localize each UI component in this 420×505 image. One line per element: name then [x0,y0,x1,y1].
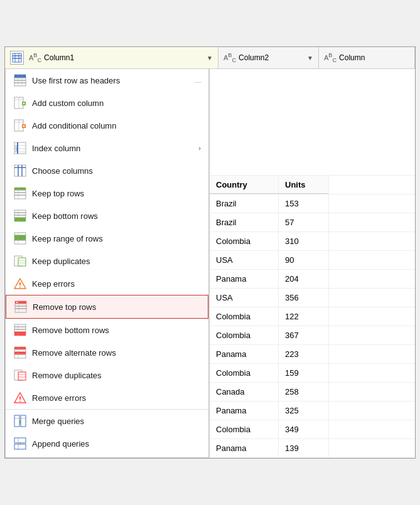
menu-item-append-queries[interactable]: Append queries [6,432,208,455]
cell-country: USA [210,251,279,269]
column2-header[interactable]: ABC Column2 ▼ [218,47,319,68]
table-row: USA 356 [210,289,415,307]
cell-country: Panama [210,345,279,363]
menu-item-remove-duplicates[interactable]: Remove duplicates [6,364,208,386]
svg-rect-35 [14,190,26,193]
svg-rect-59 [15,306,26,309]
index-col-icon: 1 2 [13,141,27,155]
menu-item-keep-bottom-rows[interactable]: Keep bottom rows [6,205,208,227]
add-conditional-col-label: Add conditional column [32,121,201,130]
table-icon [10,51,24,65]
svg-point-55 [19,287,21,288]
menu-item-remove-errors[interactable]: Remove errors [6,386,208,409]
menu-item-keep-top-rows[interactable]: Keep top rows [6,182,208,205]
svg-rect-5 [14,75,26,78]
menu-item-add-conditional-col[interactable]: Add conditional column [6,114,208,137]
cell-country: Colombia [210,232,279,250]
column3-header[interactable]: ABC Column [319,47,415,68]
svg-rect-83 [21,415,26,427]
svg-rect-71 [14,349,26,352]
menu-item-index-col[interactable]: 1 2 Index column › [6,137,208,159]
table-row: Panama 139 [210,439,415,458]
svg-rect-70 [14,347,26,349]
menu-item-use-first-row[interactable]: Use first row as headers ... [6,69,208,92]
cell-units: 349 [279,420,329,439]
svg-rect-47 [14,240,26,244]
table-row: Colombia 349 [210,420,415,439]
svg-rect-37 [14,195,26,199]
menu-item-keep-range-rows[interactable]: Keep range of rows [6,227,208,250]
svg-rect-40 [14,213,26,215]
col1-dropdown-arrow[interactable]: ▼ [207,55,213,61]
menu-item-remove-bottom-rows[interactable]: Remove bottom rows [6,319,208,341]
svg-rect-65 [14,324,26,327]
column1-header[interactable]: ABC Column1 ▼ [5,47,218,68]
svg-rect-50 [18,258,26,266]
merge-queries-label: Merge queries [32,417,201,426]
keep-range-rows-label: Keep range of rows [32,234,201,243]
col2-type-icon: ABC [223,52,236,63]
remove-alternate-rows-label: Remove alternate rows [32,348,201,358]
cell-country: Canada [210,383,279,401]
menu-item-merge-queries[interactable]: Merge queries [6,409,208,432]
svg-rect-82 [14,415,19,427]
table-header-row: Country Units [210,176,415,194]
table-row: Panama 204 [210,270,415,289]
table-row: Colombia 310 [210,232,415,251]
remove-duplicates-label: Remove duplicates [32,371,201,380]
cell-units: 223 [279,345,329,363]
menu-item-keep-errors[interactable]: Keep errors [6,272,208,295]
remove-bottom-rows-icon [13,323,27,337]
table-row: USA 90 [210,251,415,270]
table-row: Canada 258 [210,383,415,401]
table-header: ABC Column1 ▼ ABC Column2 ▼ ABC Column [5,47,415,69]
use-first-row-label: Use first row as headers [32,76,190,85]
svg-rect-7 [14,80,26,83]
menu-item-choose-cols[interactable]: Choose columns [6,159,208,182]
menu-item-keep-duplicates[interactable]: Keep duplicates [6,250,208,272]
units-header: Units [279,176,329,194]
keep-duplicates-icon [13,254,27,268]
svg-rect-46 [14,238,26,240]
remove-top-rows-label: Remove top rows [33,302,200,312]
remove-top-rows-icon [14,300,28,314]
svg-rect-66 [14,327,26,329]
main-window: ABC Column1 ▼ ABC Column2 ▼ ABC Column [4,46,416,459]
append-queries-icon [13,437,27,450]
keep-errors-icon [13,277,27,290]
table-row: Colombia 159 [210,364,415,383]
svg-rect-34 [14,188,26,190]
cell-units: 310 [279,232,329,250]
svg-rect-42 [14,218,26,221]
cell-country: Brazil [210,213,279,231]
svg-rect-6 [14,78,26,80]
table-row: Panama 325 [210,401,415,420]
svg-rect-45 [14,235,26,238]
svg-rect-60 [15,309,26,312]
table-row: Colombia 367 [210,326,415,345]
col3-label: Column [339,53,409,62]
svg-point-81 [19,401,21,402]
empty-space [210,69,415,176]
menu-item-remove-alternate-rows[interactable]: Remove alternate rows [6,341,208,364]
table-row: Panama 223 [210,345,415,364]
menu-item-remove-top-rows[interactable]: Remove top rows [6,295,208,319]
svg-rect-58 [15,304,26,306]
keep-duplicates-label: Keep duplicates [32,257,201,266]
country-header: Country [210,176,279,194]
cell-units: 325 [279,401,329,420]
remove-errors-label: Remove errors [32,393,201,403]
dropdown-menu: Use first row as headers ... Add custom … [5,69,209,458]
svg-rect-1 [13,56,21,58]
table-data: Country Units Brazil 153 Brazil 57 Colom… [209,69,415,458]
table-row: Colombia 122 [210,307,415,326]
col2-dropdown-arrow[interactable]: ▼ [307,55,313,61]
menu-item-add-custom-col[interactable]: Add custom column [6,92,208,114]
cell-country: Brazil [210,194,279,213]
cell-country: Colombia [210,420,279,439]
cell-country: Panama [210,401,279,420]
col1-type-icon: ABC [29,52,41,63]
col2-label: Column2 [239,53,304,62]
svg-rect-30 [14,165,26,176]
svg-rect-44 [14,233,26,235]
